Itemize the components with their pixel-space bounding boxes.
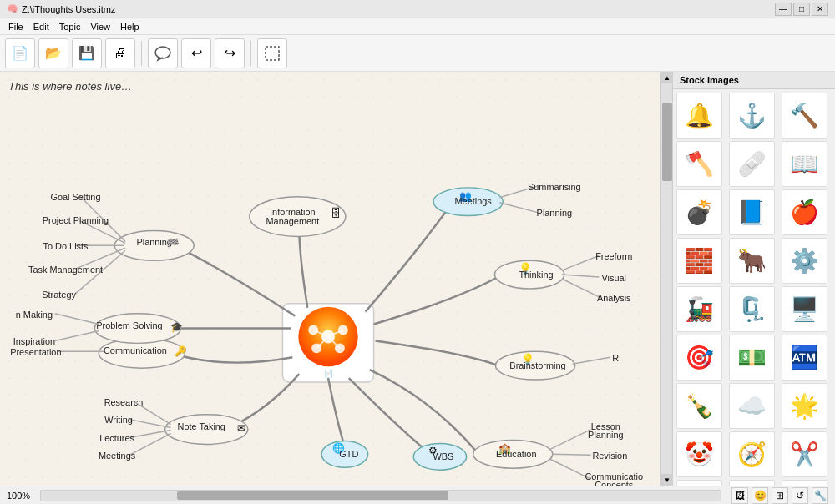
communication-label: Communication bbox=[104, 345, 167, 355]
communication-icon: 🔑 bbox=[175, 345, 187, 357]
image-bottom-btn[interactable]: 🖼 bbox=[731, 487, 748, 504]
stock-anchor[interactable]: ⚓ bbox=[729, 93, 775, 139]
print-button[interactable]: 🖨 bbox=[105, 38, 135, 68]
svg-rect-1 bbox=[266, 47, 279, 60]
stock-computer[interactable]: 🖥️ bbox=[782, 286, 827, 332]
info-mgmt-label2: Management bbox=[266, 216, 320, 226]
stock-bomb[interactable]: 💣 bbox=[676, 189, 722, 235]
grid-bottom-btn[interactable]: ⊞ bbox=[772, 487, 788, 504]
zoom-level: 100% bbox=[7, 491, 30, 501]
stock-target[interactable]: 🎯 bbox=[676, 335, 722, 381]
scroll-down-btn[interactable]: ▼ bbox=[661, 474, 673, 486]
hscroll-thumb[interactable] bbox=[177, 491, 449, 500]
window-controls[interactable]: — □ ✕ bbox=[775, 3, 828, 16]
analysis-label: Analysis bbox=[597, 293, 631, 303]
stock-star[interactable]: 🌟 bbox=[782, 383, 827, 429]
problem-solving-icon: 🎓 bbox=[170, 320, 183, 333]
visual-label: Visual bbox=[602, 273, 627, 283]
maximize-btn[interactable]: □ bbox=[793, 3, 810, 16]
window-title: Z:\iThoughts Uses.itmz bbox=[22, 4, 115, 14]
stock-axe[interactable]: 🪓 bbox=[676, 141, 722, 187]
settings-bottom-btn[interactable]: 🔧 bbox=[812, 487, 828, 504]
revision-label: Revision bbox=[592, 451, 627, 461]
goal-setting-label: Goal Setting bbox=[50, 192, 100, 202]
menu-edit[interactable]: Edit bbox=[28, 22, 54, 32]
select-button[interactable] bbox=[257, 38, 287, 68]
open-button[interactable]: 📂 bbox=[38, 38, 68, 68]
vscroll-thumb[interactable] bbox=[662, 103, 672, 181]
emoji-bottom-btn[interactable]: 😊 bbox=[752, 487, 768, 504]
stock-train[interactable]: 🚂 bbox=[676, 286, 722, 332]
summarising-label: Summarising bbox=[528, 182, 581, 192]
toolbar-sep-2 bbox=[250, 41, 251, 66]
info-mgmt-label1: Information bbox=[270, 207, 316, 217]
planning-icon: 🏁 bbox=[167, 237, 180, 249]
stock-champagne[interactable]: 🍾 bbox=[676, 383, 722, 429]
stock-machinery[interactable]: ⚙️ bbox=[782, 238, 827, 284]
stock-bible[interactable]: 📖 bbox=[782, 141, 827, 187]
task-mgmt-label: Task Management bbox=[28, 265, 103, 275]
save-button[interactable]: 💾 bbox=[72, 38, 102, 68]
info-mgmt-icon: 🗄 bbox=[331, 207, 342, 219]
menu-topic[interactable]: Topic bbox=[54, 22, 86, 32]
stock-contract[interactable]: 📜 bbox=[729, 480, 775, 486]
planning-child-label: Planning bbox=[537, 208, 572, 218]
gtd-label: GTD bbox=[339, 449, 358, 459]
stock-bull[interactable]: 🐂 bbox=[729, 238, 775, 284]
new-button[interactable]: 📄 bbox=[5, 38, 35, 68]
stock-cloud[interactable]: ☁️ bbox=[729, 383, 775, 429]
stock-apple[interactable]: 🍎 bbox=[782, 189, 827, 235]
undo-bottom-btn[interactable]: ↺ bbox=[792, 487, 808, 504]
writing-label: Writing bbox=[104, 415, 133, 425]
todo-lists-label: To Do Lists bbox=[43, 241, 89, 251]
r-label: R bbox=[612, 353, 619, 363]
stock-clamp[interactable]: 🗜️ bbox=[729, 286, 775, 332]
stock-images-grid: 🔔 ⚓ 🔨 🪓 🩹 📖 💣 📘 🍎 🧱 🐂 ⚙️ 🚂 🗜️ 🖥️ 🎯 💵 🏧 bbox=[673, 89, 835, 486]
stock-images-panel: Stock Images 🔔 ⚓ 🔨 🪓 🩹 📖 💣 📘 🍎 🧱 🐂 ⚙️ 🚂 … bbox=[672, 72, 835, 486]
close-btn[interactable]: ✕ bbox=[812, 3, 828, 16]
decision-label: n Making bbox=[16, 310, 53, 320]
brainstorming-label: Brainstorming bbox=[509, 360, 565, 370]
redo-button[interactable]: ↪ bbox=[215, 38, 245, 68]
stock-clown[interactable]: 🤡 bbox=[676, 431, 722, 477]
title-bar: 🧠 Z:\iThoughts Uses.itmz — □ ✕ bbox=[0, 0, 835, 18]
stock-register[interactable]: 🏧 bbox=[782, 335, 827, 381]
stock-scissors[interactable]: ✂️ bbox=[782, 431, 827, 477]
stock-compass[interactable]: 🧭 bbox=[729, 431, 775, 477]
stock-book[interactable]: 📘 bbox=[729, 189, 775, 235]
stock-brick[interactable]: 🧱 bbox=[676, 238, 722, 284]
horizontal-scrollbar[interactable] bbox=[40, 490, 721, 501]
research-label: Research bbox=[104, 397, 144, 407]
undo-button[interactable]: ↩ bbox=[181, 38, 211, 68]
note-taking-label: Note Taking bbox=[178, 421, 225, 431]
project-planning-label: Project Planning bbox=[43, 215, 109, 225]
meetings-child-label: Meetings bbox=[99, 451, 136, 461]
stock-bell[interactable]: 🔔 bbox=[676, 93, 722, 139]
comm-concepts2: Concepts bbox=[595, 480, 634, 486]
vertical-scrollbar[interactable]: ▲ ▼ bbox=[660, 72, 672, 486]
lesson-planning-label2: Planning bbox=[588, 430, 623, 440]
toolbar-sep-1 bbox=[141, 41, 142, 66]
scroll-up-btn[interactable]: ▲ bbox=[661, 72, 673, 83]
strategy-label: Strategy bbox=[42, 290, 76, 300]
lectures-label: Lectures bbox=[99, 433, 134, 443]
main-area: This is where notes live… bbox=[0, 72, 835, 486]
speech-bubble-button[interactable] bbox=[148, 38, 178, 68]
app-icon: 🧠 bbox=[7, 3, 18, 14]
minimize-btn[interactable]: — bbox=[775, 3, 792, 16]
stock-robot[interactable]: 🤖 bbox=[782, 480, 827, 486]
menu-view[interactable]: View bbox=[85, 22, 115, 32]
stock-hammer[interactable]: 🔨 bbox=[782, 93, 827, 139]
problem-solving-label: Problem Solving bbox=[96, 320, 162, 330]
status-bar: 100% 🖼 😊 ⊞ ↺ 🔧 bbox=[0, 486, 835, 504]
bottom-toolbar: 🖼 😊 ⊞ ↺ 🔧 bbox=[731, 487, 828, 504]
stock-money[interactable]: 💵 bbox=[729, 335, 775, 381]
canvas-area[interactable]: This is where notes live… bbox=[0, 72, 660, 486]
menu-file[interactable]: File bbox=[3, 22, 28, 32]
note-taking-icon: ✉ bbox=[237, 422, 245, 434]
stock-panel-title: Stock Images bbox=[673, 72, 835, 89]
menu-help[interactable]: Help bbox=[115, 22, 144, 32]
stock-roadblock[interactable]: 🚧 bbox=[676, 480, 722, 486]
stock-bandaid[interactable]: 🩹 bbox=[729, 141, 775, 187]
thinking-label: Thinking bbox=[519, 270, 553, 280]
